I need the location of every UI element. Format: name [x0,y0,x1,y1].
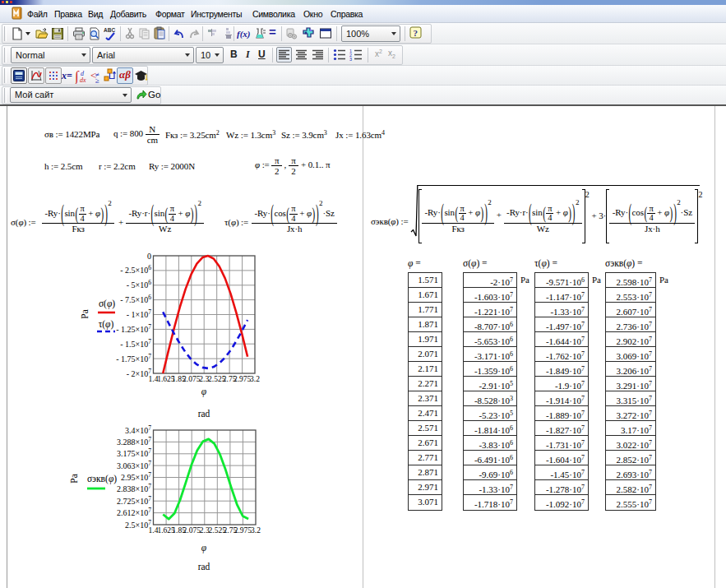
svg-text:2.95×107: 2.95×107 [121,471,151,482]
svg-text:Pa: Pa [69,474,79,484]
svg-text:3: 3 [349,57,352,61]
svg-text:2.838×107: 2.838×107 [117,483,151,493]
svg-text:2.075: 2.075 [183,526,201,535]
svg-text:rad: rad [198,409,210,419]
svg-text:- 7.5×106: - 7.5×106 [120,294,151,304]
svg-text:σэкв(φ): σэкв(φ) [87,474,117,484]
svg-text:2.975: 2.975 [234,526,252,535]
svg-text:≥: ≥ [95,76,99,83]
svg-text:rad: rad [198,562,210,572]
svg-text:2.5×107: 2.5×107 [125,519,151,530]
svg-text:Pa: Pa [80,309,90,319]
svg-text:3.063×107: 3.063×107 [117,460,151,470]
svg-text:- 2.5×106: - 2.5×106 [120,264,151,275]
svg-text:3.2: 3.2 [251,526,261,535]
svg-text:- 5×106: - 5×106 [127,279,151,289]
svg-text:- 1.25×107: - 1.25×107 [116,323,151,334]
svg-text:f(x): f(x) [237,29,251,39]
svg-text:3.4×107: 3.4×107 [125,424,151,435]
svg-text:φ: φ [201,387,207,397]
svg-text:2.075: 2.075 [183,375,201,383]
svg-text:0: 0 [147,252,151,261]
svg-text:2.975: 2.975 [234,375,252,383]
svg-text:2.725×107: 2.725×107 [117,495,151,506]
svg-text:?: ? [414,28,418,38]
svg-text:2.612×107: 2.612×107 [117,507,151,517]
svg-text:3.175×107: 3.175×107 [117,447,151,458]
svg-text:ABC: ABC [104,27,115,33]
svg-text:dx: dx [80,76,86,84]
svg-text:- 1.75×107: - 1.75×107 [116,353,151,363]
svg-text:3.2: 3.2 [250,375,260,383]
svg-text:- 1.5×107: - 1.5×107 [120,338,151,349]
svg-text:φ: φ [201,543,207,553]
svg-text:3.288×107: 3.288×107 [117,436,151,447]
svg-text:σ(φ): σ(φ) [99,299,115,309]
svg-text:- 1×107: - 1×107 [127,308,151,319]
svg-text:τ(φ): τ(φ) [99,319,114,330]
